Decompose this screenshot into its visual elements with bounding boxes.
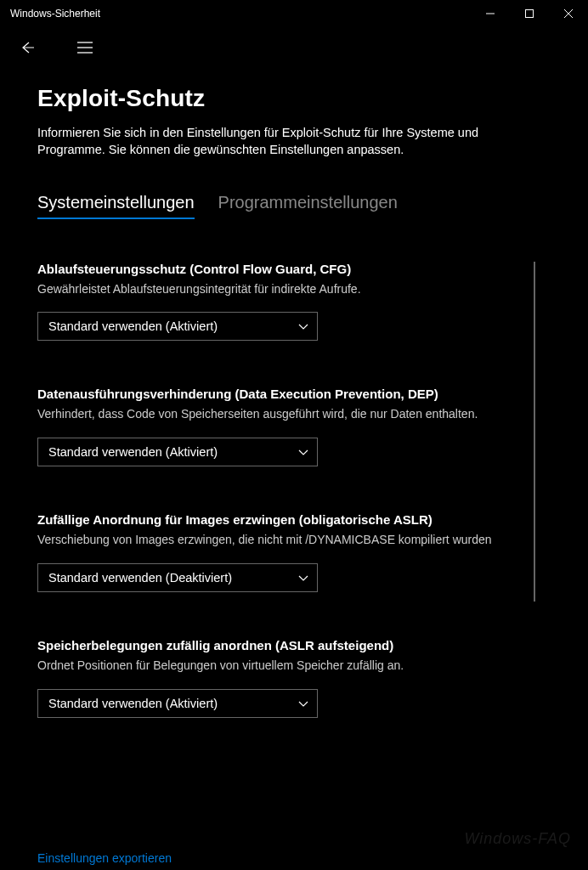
setting-dep: Datenausführungsverhinderung (Data Execu…	[37, 387, 517, 466]
page-title: Exploit-Schutz	[37, 85, 551, 112]
setting-title: Zufällige Anordnung für Images erzwingen…	[37, 512, 517, 527]
topbar	[0, 27, 588, 68]
settings-list: Ablaufsteuerungsschutz (Control Flow Gua…	[37, 262, 551, 719]
minimize-button[interactable]	[471, 0, 510, 27]
setting-dropdown-cfg[interactable]: Standard verwenden (Aktiviert)	[37, 312, 318, 341]
close-button[interactable]	[549, 0, 588, 27]
maximize-icon	[525, 9, 534, 18]
back-arrow-icon	[19, 39, 36, 56]
setting-description: Verschiebung von Images erzwingen, die n…	[37, 532, 513, 548]
setting-title: Speicherbelegungen zufällig anordnen (AS…	[37, 638, 517, 652]
setting-description: Verhindert, dass Code von Speicherseiten…	[37, 406, 513, 422]
titlebar: Windows-Sicherheit	[0, 0, 588, 27]
setting-bottomup-aslr: Speicherbelegungen zufällig anordnen (AS…	[37, 638, 517, 718]
watermark: Windows-FAQ	[464, 830, 571, 848]
scrollbar[interactable]	[534, 262, 535, 602]
tabs: Systemeinstellungen Programmeinstellunge…	[37, 193, 551, 219]
setting-title: Datenausführungsverhinderung (Data Execu…	[37, 387, 517, 401]
dropdown-value: Standard verwenden (Aktiviert)	[48, 445, 218, 459]
dropdown-value: Standard verwenden (Aktiviert)	[48, 319, 218, 333]
chevron-down-icon	[298, 570, 308, 585]
export-settings-link[interactable]: Einstellungen exportieren	[37, 851, 172, 865]
setting-dropdown-bottomup-aslr[interactable]: Standard verwenden (Aktiviert)	[37, 689, 318, 718]
page-description: Informieren Sie sich in den Einstellunge…	[37, 124, 530, 159]
chevron-down-icon	[298, 444, 308, 460]
dropdown-value: Standard verwenden (Aktiviert)	[48, 697, 218, 710]
tab-system-settings[interactable]: Systemeinstellungen	[37, 193, 195, 219]
setting-description: Ordnet Positionen für Belegungen von vir…	[37, 658, 513, 674]
close-icon	[564, 9, 573, 18]
setting-dropdown-mandatory-aslr[interactable]: Standard verwenden (Deaktiviert)	[37, 563, 318, 592]
menu-button[interactable]	[68, 31, 102, 65]
dropdown-value: Standard verwenden (Deaktiviert)	[48, 571, 232, 585]
chevron-down-icon	[298, 319, 308, 334]
setting-dropdown-dep[interactable]: Standard verwenden (Aktiviert)	[37, 438, 318, 466]
hamburger-icon	[77, 42, 93, 54]
setting-cfg: Ablaufsteuerungsschutz (Control Flow Gua…	[37, 262, 517, 342]
maximize-button[interactable]	[510, 0, 549, 27]
minimize-icon	[486, 9, 495, 18]
window-title: Windows-Sicherheit	[10, 8, 100, 20]
chevron-down-icon	[298, 696, 308, 711]
setting-description: Gewährleistet Ablaufsteuerungsintegrität…	[37, 281, 513, 297]
setting-title: Ablaufsteuerungsschutz (Control Flow Gua…	[37, 262, 517, 276]
back-button[interactable]	[10, 31, 44, 65]
window-controls	[471, 0, 588, 27]
content-area: Exploit-Schutz Informieren Sie sich in d…	[0, 68, 588, 718]
setting-mandatory-aslr: Zufällige Anordnung für Images erzwingen…	[37, 512, 517, 592]
svg-rect-1	[526, 10, 534, 18]
tab-program-settings[interactable]: Programmeinstellungen	[218, 193, 398, 219]
